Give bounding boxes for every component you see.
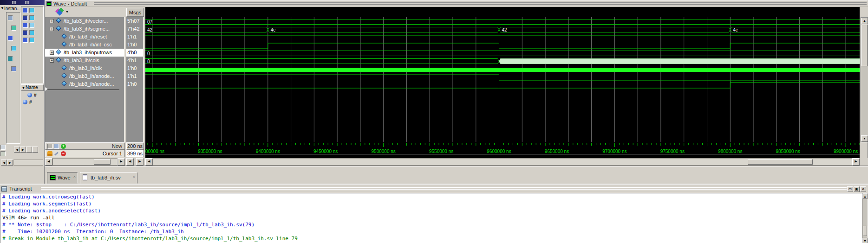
dock-toolbar-icon[interactable] (29, 23, 34, 28)
wave-vertical-scrollbar[interactable]: ▲ ▼ (861, 17, 868, 142)
dock-nav-right-button[interactable]: ▶ (20, 147, 26, 153)
signal-row[interactable]: /tb_lab3_ih/clk (45, 64, 124, 72)
dock-toolbar-icon[interactable] (23, 30, 28, 35)
tab-wave[interactable]: Wave × (47, 172, 78, 184)
dock-toolbar-icon[interactable] (23, 23, 28, 28)
dock-toolbar-icon[interactable] (29, 38, 34, 43)
transcript-scrollbar[interactable]: ▲ ▼ (862, 193, 868, 243)
name-column-header[interactable]: ▼ Name (21, 84, 44, 91)
transcript-log[interactable]: # Loading work.colrowseg(fast)# Loading … (0, 193, 868, 243)
wave-scroll-right-button[interactable]: ▶ (852, 158, 860, 166)
dock-toolbar-icon[interactable] (23, 8, 28, 13)
values-scroll-right-button[interactable]: ▶ (136, 158, 144, 166)
transcript-line: # Loading work.colrowseg(fast) (0, 193, 868, 200)
dock-scroll-right-button[interactable]: ▶ (7, 160, 13, 166)
wrench-icon[interactable] (54, 151, 59, 156)
wave-header-strip (145, 7, 860, 17)
dock-tree-icon[interactable] (8, 15, 13, 20)
dock-toolbar-icon[interactable] (29, 8, 34, 13)
transcript-header[interactable]: Transcript ▭ ▣ ✕ (0, 185, 868, 193)
scrollbar-thumb[interactable] (94, 159, 111, 165)
dock-tree-icon[interactable] (11, 66, 16, 71)
add-cursor-icon[interactable]: + (61, 144, 66, 149)
scrollbar-thumb[interactable] (863, 226, 867, 236)
dock-nav-button[interactable] (26, 147, 32, 153)
wave-tab-icon (50, 175, 56, 180)
remove-cursor-icon[interactable]: − (61, 151, 66, 156)
close-pane-button[interactable]: ✕ (860, 186, 866, 192)
svg-text:9400000 ns: 9400000 ns (256, 149, 280, 154)
timeline-ruler[interactable]: 9300000 ns9350000 ns9400000 ns9450000 ns… (145, 142, 860, 158)
signal-values-panel[interactable]: 5'h077'h421'h11'h04'h04'h11'h01'h11'h0 (126, 17, 144, 142)
signal-row[interactable]: /tb_lab3_ih/int_osc (45, 41, 124, 49)
titlebar-drag-handle[interactable] (94, 2, 867, 5)
values-scroll-left-button[interactable]: ◀ (126, 158, 134, 166)
scrollbar-thumb[interactable] (861, 25, 868, 66)
close-icon[interactable]: × (133, 174, 135, 179)
dock-scroll-left-button[interactable]: ◀ (1, 160, 7, 166)
signal-row[interactable]: +/tb_lab3_ih/segme... (45, 25, 124, 33)
signal-name: /tb_lab3_ih/int_osc (69, 42, 112, 47)
close-icon[interactable]: × (73, 174, 76, 179)
signal-names-panel[interactable]: +/tb_lab3_ih/vector...+/tb_lab3_ih/segme… (45, 17, 125, 142)
cursor-row[interactable]: − Cursor 1 (45, 150, 125, 157)
chevron-down-icon[interactable]: ▼ (65, 10, 69, 13)
expand-plus-button[interactable]: + (50, 27, 54, 31)
restore-pane-button[interactable]: ▣ (854, 186, 860, 192)
expand-plus-button[interactable]: + (50, 19, 54, 23)
titlebar-dots-icon (25, 1, 29, 4)
names-scrollbar-track[interactable] (52, 158, 117, 166)
camera-icon[interactable] (47, 144, 52, 149)
wave-scroll-left-button[interactable]: ◀ (145, 158, 153, 166)
scroll-down-button[interactable]: ▼ (862, 238, 868, 243)
cursor-value[interactable]: 399 ns (126, 150, 144, 157)
signal-row[interactable]: /tb_lab3_ih/anode... (45, 72, 124, 80)
signal-row[interactable]: +/tb_lab3_ih/vector... (45, 17, 124, 25)
scroll-down-button[interactable]: ▼ (861, 135, 868, 142)
scroll-up-button[interactable]: ▲ (861, 18, 868, 24)
signal-row[interactable]: +/tb_lab3_ih/inputrows (45, 49, 124, 57)
tree-item[interactable]: # (21, 99, 44, 106)
instances-tree-pane[interactable] (6, 12, 20, 144)
expand-plus-button[interactable]: + (50, 58, 54, 63)
dock-tree-icon[interactable] (11, 26, 16, 31)
signal-row[interactable]: +/tb_lab3_ih/cols (45, 57, 124, 64)
minimize-pane-button[interactable]: ▭ (847, 186, 853, 192)
dock-nav-left-button[interactable]: ◀ (14, 147, 20, 153)
signal-row[interactable]: /tb_lab3_ih/anode... (45, 80, 124, 88)
dock-toolbar-icon[interactable] (23, 15, 28, 20)
signal-value: 1'h1 (126, 72, 143, 80)
scroll-up-button[interactable]: ▲ (862, 193, 868, 199)
tree-item[interactable]: # (21, 92, 44, 99)
zoom-tool-icon[interactable] (0, 145, 6, 150)
scrollbar-thumb[interactable] (748, 159, 813, 165)
expand-plus-button[interactable]: + (50, 51, 54, 55)
signal-diamond-icon (56, 57, 61, 62)
page-tool-icon[interactable] (0, 151, 6, 156)
dock-tree-icon[interactable] (8, 56, 13, 61)
msgs-column-header[interactable]: Msgs (126, 8, 144, 17)
signal-diamond-icon (61, 73, 66, 78)
signal-value: 4'h1 (126, 57, 143, 64)
lock-icon[interactable] (47, 151, 52, 156)
wave-scrollbar-track[interactable] (153, 158, 852, 166)
wave-titlebar[interactable]: Wave - Default (45, 0, 868, 7)
dock-tree-icon[interactable] (11, 46, 16, 51)
names-scroll-right-button[interactable]: ▶ (117, 158, 125, 166)
dock-tree-icon[interactable] (8, 36, 13, 41)
dock-toolbar-icon[interactable] (23, 38, 28, 43)
signal-name: /tb_lab3_ih/vector... (64, 18, 108, 24)
dock-toolbar-icon[interactable] (29, 15, 34, 20)
signal-row[interactable]: /tb_lab3_ih/reset (45, 33, 124, 41)
scrollbar-row: ◀ ▶ ◀ ▶ ◀ ▶ (45, 158, 868, 166)
waveform-canvas[interactable]: 07424c424c08 (145, 17, 860, 142)
dock-nav-button[interactable] (32, 147, 38, 153)
main-titlebar-fragment (0, 0, 45, 5)
dock-toolbar-icon[interactable] (29, 30, 34, 35)
names-scroll-left-button[interactable]: ◀ (45, 158, 52, 166)
pane-collapse-icon[interactable]: ▼ (0, 6, 4, 10)
dock-scrollbar-track[interactable] (13, 160, 43, 166)
clipboard-icon[interactable] (54, 144, 59, 149)
tab-source-file[interactable]: tb_lab3_ih.sv × (80, 172, 137, 184)
transcript-drag-handle[interactable] (41, 187, 847, 191)
